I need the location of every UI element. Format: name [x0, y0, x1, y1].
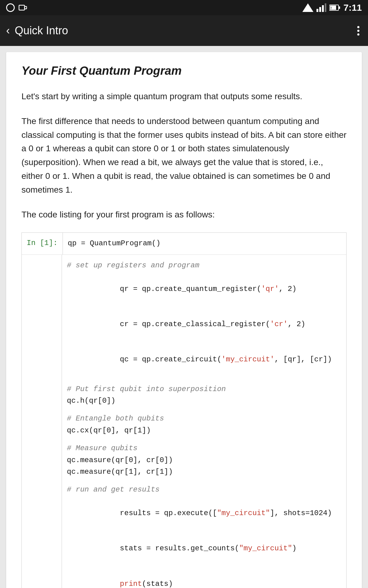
code-line-5: qc.h(qr[0]): [67, 395, 341, 407]
code-line-11: print(stats): [67, 566, 341, 588]
code-comment-5: # run and get results: [67, 484, 341, 496]
code-blank-2: [67, 407, 341, 413]
content-area: Your First Quantum Program Let's start b…: [0, 46, 368, 588]
code-blank-1: [67, 377, 341, 383]
status-time: 7:11: [343, 2, 362, 13]
code-line-10: stats = results.get_counts("my_circuit"): [67, 531, 341, 566]
svg-rect-5: [322, 5, 324, 12]
app-bar-left: ‹ Quick Intro: [6, 24, 68, 37]
svg-rect-0: [19, 5, 25, 10]
code-line-4: qc = qp.create_circuit('my_circuit', [qr…: [67, 342, 341, 377]
media-icon: [18, 3, 27, 12]
status-right: ! 7:11: [302, 2, 362, 13]
code-comment-3: # Entangle both qubits: [67, 413, 341, 424]
code-line-9: results = qp.execute(["my_circuit"], sho…: [67, 496, 341, 531]
intro-paragraph-3: The code listing for your first program …: [21, 208, 347, 222]
page-title: Your First Quantum Program: [21, 64, 347, 77]
signal-icon: [302, 3, 313, 12]
code-block: In [1]: qp = QuantumProgram() # set up r…: [21, 232, 347, 588]
code-line-3: cr = qp.create_classical_register('cr', …: [67, 307, 341, 342]
svg-marker-2: [302, 3, 313, 12]
code-comment-4: # Measure qubits: [67, 443, 341, 454]
battery-icon: !: [329, 4, 340, 11]
intro-paragraph-2: The first difference that needs to under…: [21, 115, 347, 197]
code-blank-4: [67, 478, 341, 484]
svg-rect-8: [339, 6, 340, 9]
svg-rect-6: [325, 3, 326, 12]
code-line-7: qc.measure(qr[0], cr[0]): [67, 454, 341, 466]
intro-paragraph-1: Let's start by writing a simple quantum …: [21, 90, 347, 104]
app-bar-title: Quick Intro: [15, 24, 68, 37]
cell-signal-icon: [316, 3, 326, 12]
code-comment-1: # set up registers and program: [67, 260, 341, 271]
content-card: Your First Quantum Program Let's start b…: [6, 52, 362, 588]
more-button[interactable]: [355, 24, 362, 38]
svg-text:!: !: [331, 6, 332, 10]
status-left: [6, 3, 27, 12]
app-bar: ‹ Quick Intro: [0, 15, 368, 46]
svg-rect-4: [319, 7, 321, 12]
status-bar: ! 7:11: [0, 0, 368, 15]
code-line-1: qp = QuantumProgram(): [68, 238, 341, 249]
code-blank-3: [67, 436, 341, 443]
svg-rect-3: [316, 9, 318, 12]
code-line-8: qc.measure(qr[1], cr[1]): [67, 466, 341, 478]
more-dot-3: [357, 33, 359, 36]
code-line-6: qc.cx(qr[0], qr[1]): [67, 425, 341, 436]
back-button[interactable]: ‹: [6, 24, 10, 37]
code-line-number: In [1]:: [22, 233, 63, 249]
notification-icon: [6, 3, 15, 12]
code-comment-2: # Put first qubit into superposition: [67, 383, 341, 395]
more-dot-1: [357, 26, 359, 28]
code-line-2: qr = qp.create_quantum_register('qr', 2): [67, 271, 341, 307]
more-dot-2: [357, 30, 359, 32]
svg-rect-1: [25, 6, 27, 9]
